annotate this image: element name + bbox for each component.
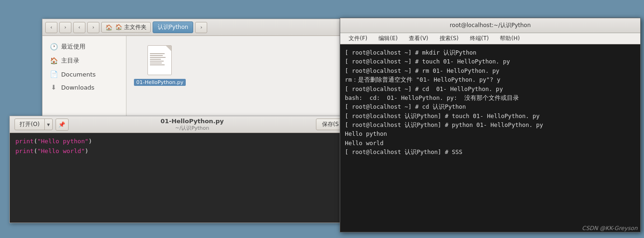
pin-button[interactable]: 📌 xyxy=(56,119,69,131)
term-line-8: [ root@localhost 认识Python] # touch 01- H… xyxy=(345,112,636,120)
term-line-3: [ root@localhost ~] # rm 01- HelloPython… xyxy=(345,66,636,75)
file-icon xyxy=(147,45,172,75)
sidebar-documents-label: Documents xyxy=(61,71,96,78)
paren-close-2: ) xyxy=(85,147,89,156)
watermark: CSDN @KK-Greyson xyxy=(582,225,637,231)
term-line-11: Hello world xyxy=(345,139,636,147)
open-dropdown-arrow[interactable]: ▾ xyxy=(45,120,52,129)
sidebar-recent-label: 最近使用 xyxy=(61,42,85,51)
terminal-menubar: 文件(F) 编辑(E) 查看(V) 搜索(S) 终端(T) 帮助(H) xyxy=(340,33,640,44)
sidebar-home-label: 主目录 xyxy=(61,56,79,65)
sidebar-downloads-label: Downloads xyxy=(61,84,94,91)
file-line xyxy=(150,63,162,63)
file-line xyxy=(150,59,161,60)
editor-content[interactable]: print("Hello python") print("Hello world… xyxy=(10,133,350,223)
file-icon-container xyxy=(145,43,175,77)
file-manager-titlebar: ‹ › ‹ › 🏠 🏠 主文件夹 认识Python › xyxy=(42,19,340,36)
string-hello-world: "Hello world" xyxy=(37,147,85,156)
editor-filepath: ~/认识Python xyxy=(175,125,209,132)
home-icon: 🏠 xyxy=(105,24,112,31)
downloads-icon: ⬇ xyxy=(50,84,57,91)
recent-icon: 🕐 xyxy=(50,43,57,50)
text-editor-titlebar: 打开(O) ▾ 📌 01-HelloPython.py ~/认识Python 保… xyxy=(10,116,350,133)
menu-search[interactable]: 搜索(S) xyxy=(435,33,463,44)
menu-view[interactable]: 查看(V) xyxy=(404,33,433,44)
file-line xyxy=(150,61,164,62)
term-line-10: Hello python xyxy=(345,129,636,138)
file-line xyxy=(150,55,163,56)
code-line-1: print("Hello python") xyxy=(15,137,344,147)
sidebar-item-downloads[interactable]: ⬇ Downloads xyxy=(42,81,126,94)
term-line-12: [ root@localhost 认识Python] # SSS xyxy=(345,147,636,156)
sidebar-item-recent[interactable]: 🕐 最近使用 xyxy=(42,40,126,54)
nav-back-button[interactable]: ‹ xyxy=(45,22,57,33)
file-label: 01-HelloPython.py xyxy=(134,79,186,86)
home-dir-icon: 🏠 xyxy=(50,57,57,64)
menu-terminal[interactable]: 终端(T) xyxy=(465,33,494,44)
terminal-title: root@localhost:~/认识Python xyxy=(450,21,531,29)
editor-filename: 01-HelloPython.py xyxy=(161,118,224,125)
path-home-button[interactable]: 🏠 🏠 主文件夹 xyxy=(101,22,151,33)
nav-forward-button[interactable]: › xyxy=(59,22,71,33)
te-title-center: 01-HelloPython.py ~/认识Python xyxy=(161,118,224,132)
pin-icon: 📌 xyxy=(58,121,65,128)
term-line-7: [ root@localhost ~] # cd 认识Python xyxy=(345,102,636,111)
open-button[interactable]: 打开(O) ▾ xyxy=(14,119,53,130)
file-lines xyxy=(150,53,169,65)
file-line xyxy=(150,53,165,54)
keyword-print: print xyxy=(15,137,34,147)
nav-left-button[interactable]: ‹ xyxy=(73,22,85,33)
te-toolbar: 打开(O) ▾ 📌 xyxy=(14,119,69,131)
term-line-5: [ root@localhost ~] # cd 01- HelloPython… xyxy=(345,84,636,93)
term-line-6: bash: cd: O1- HelloPython. py: 没有那个文件或目录 xyxy=(345,93,636,102)
paren-close: ) xyxy=(89,137,92,147)
menu-help[interactable]: 帮助(H) xyxy=(495,33,524,44)
terminal-content[interactable]: [ root@localhost ~] # mkdir 认识Python [ r… xyxy=(340,44,640,232)
documents-icon: 📄 xyxy=(50,70,57,78)
path-segment-current[interactable]: 认识Python xyxy=(153,21,194,33)
menu-file[interactable]: 文件(F) xyxy=(344,33,372,44)
open-label: 打开(O) xyxy=(15,119,45,130)
term-line-9: [ root@localhost 认识Python] # python 01- … xyxy=(345,120,636,129)
paren-open-2: ( xyxy=(34,147,37,156)
paren-open: ( xyxy=(34,137,37,147)
text-editor-window: 打开(O) ▾ 📌 01-HelloPython.py ~/认识Python 保… xyxy=(9,116,350,223)
sidebar-item-documents[interactable]: 📄 Documents xyxy=(42,68,126,81)
term-line-4: rm：是否删除普通空文件 "01- HelloPython. py"? y xyxy=(345,75,636,84)
file-item-python[interactable]: 01-HelloPython.py xyxy=(134,43,186,86)
term-line-1: [ root@localhost ~] # mkdir 认识Python xyxy=(345,48,636,57)
terminal-window: root@localhost:~/认识Python 文件(F) 编辑(E) 查看… xyxy=(340,18,641,232)
file-line xyxy=(150,57,166,58)
code-line-2: print("Hello world") xyxy=(15,147,344,156)
nav-expand-button[interactable]: › xyxy=(195,22,207,33)
string-hello-python: "Hello python" xyxy=(37,137,89,147)
menu-edit[interactable]: 编辑(E) xyxy=(374,33,402,44)
keyword-print-2: print xyxy=(15,147,34,156)
sidebar-item-home[interactable]: 🏠 主目录 xyxy=(42,54,126,68)
file-line xyxy=(150,64,165,65)
terminal-titlebar: root@localhost:~/认识Python xyxy=(340,18,640,33)
term-line-2: [ root@localhost ~] # touch 01- HelloPyt… xyxy=(345,57,636,66)
nav-right-button[interactable]: › xyxy=(87,22,99,33)
path-home-label: 🏠 主文件夹 xyxy=(115,23,147,31)
